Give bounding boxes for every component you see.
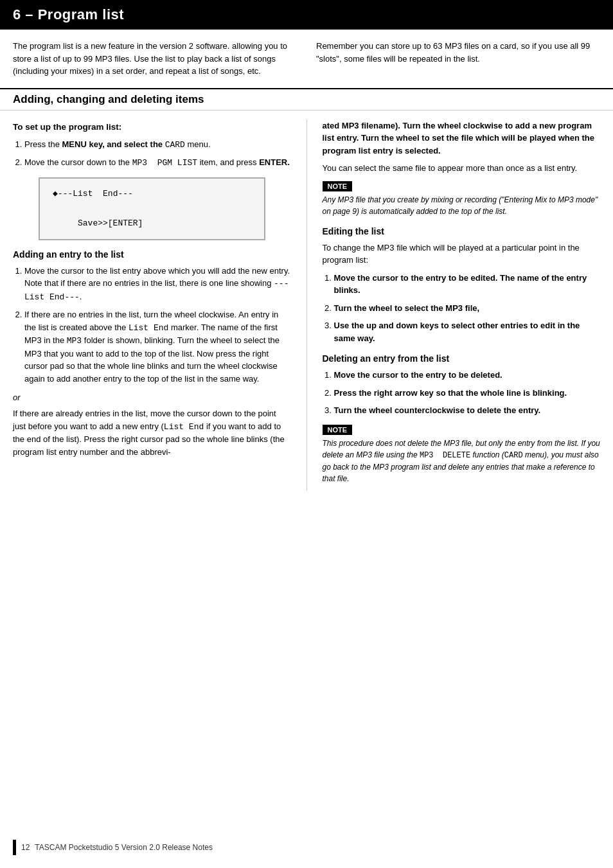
setup-step-1-mono: CARD	[165, 140, 185, 150]
deleting-step-1-bold: Move the cursor to the entry to be delet…	[334, 370, 502, 380]
adding-or-mono: List End	[164, 422, 204, 432]
code-line-2	[53, 201, 251, 216]
editing-step-2: Turn the wheel to select the MP3 file,	[334, 302, 601, 315]
editing-steps-list: Move the cursor to the entry to be edite…	[323, 272, 601, 345]
editing-intro: To change the MP3 file which will be pla…	[323, 242, 601, 267]
intro-right: Remember you can store up to 63 MP3 file…	[316, 40, 600, 78]
editing-step-3-bold: Use the up and down keys to select other…	[334, 321, 580, 343]
adding-note-box: NOTE Any MP3 file that you create by mix…	[323, 181, 601, 217]
page-header: 6 – Program list	[0, 0, 613, 30]
footer-page-num: 12	[21, 843, 30, 852]
adding-step-1: Move the cursor to the list entry above …	[24, 265, 291, 304]
intro-left: The program list is a new feature in the…	[13, 40, 297, 78]
adding-heading: Adding an entry to the list	[13, 249, 291, 260]
editing-step-1-bold: Move the cursor to the entry to be edite…	[334, 273, 587, 296]
code-line-1: ◆---List End---	[53, 186, 251, 201]
deleting-note-label: NOTE	[323, 425, 353, 435]
setup-step-1-bold: MENU key, and select the	[62, 139, 163, 149]
main-content: To set up the program list: Press the ME…	[0, 120, 613, 491]
adding-step-1-mono: ---List End---	[24, 279, 289, 302]
adding-note-text: Any MP3 file that you create by mixing o…	[323, 194, 601, 217]
deleting-note-box: NOTE This procedure does not delete the …	[323, 425, 601, 484]
code-line-3: Save>>[ENTER]	[53, 216, 251, 231]
adding-note-label: NOTE	[323, 181, 353, 191]
adding-steps-list: Move the cursor to the list entry above …	[13, 265, 291, 385]
intro-right-text: Remember you can store up to 63 MP3 file…	[316, 40, 600, 65]
setup-step-1: Press the MENU key, and select the CARD …	[24, 138, 291, 152]
editing-step-1: Move the cursor to the entry to be edite…	[334, 272, 601, 297]
page: 6 – Program list The program list is a n…	[0, 0, 613, 868]
section-title-text: Adding, changing and deleting items	[13, 93, 204, 105]
adding-continued-bold: ated MP3 filename). Turn the wheel clock…	[323, 121, 595, 155]
adding-or-paragraph: If there are already entries in the list…	[13, 407, 291, 458]
page-footer: 12 TASCAM Pocketstudio 5 Version 2.0 Rel…	[13, 840, 213, 855]
setup-step-2-bold: ENTER.	[259, 157, 290, 167]
col-left: To set up the program list: Press the ME…	[13, 120, 307, 491]
section-title: Adding, changing and deleting items	[0, 88, 613, 111]
deleting-note-mono1: MP3 DELETE	[420, 451, 470, 460]
footer-bar	[13, 840, 16, 855]
adding-step-2-mono: List End	[129, 323, 168, 333]
setup-step-2-mono: MP3 PGM LIST	[132, 158, 197, 168]
deleting-note-mono2: CARD	[504, 451, 523, 460]
footer-text: TASCAM Pocketstudio 5 Version 2.0 Releas…	[35, 843, 213, 852]
adding-step-2: If there are no entries in the list, tur…	[24, 308, 291, 385]
deleting-step-2: Press the right arrow key so that the wh…	[334, 387, 601, 400]
setup-step-2: Move the cursor down to the MP3 PGM LIST…	[24, 156, 291, 170]
adding-continued: ated MP3 filename). Turn the wheel clock…	[323, 120, 601, 157]
deleting-steps-list: Move the cursor to the entry to be delet…	[323, 369, 601, 417]
deleting-step-3-bold: Turn the wheel counterclockwise to delet…	[334, 405, 541, 415]
deleting-step-2-bold: Press the right arrow key so that the wh…	[334, 388, 567, 398]
deleting-heading: Deleting an entry from the list	[323, 353, 601, 364]
col-right: ated MP3 filename). Turn the wheel clock…	[307, 120, 601, 491]
intro-section: The program list is a new feature in the…	[0, 40, 613, 88]
page-title: 6 – Program list	[13, 6, 600, 23]
deleting-step-1: Move the cursor to the entry to be delet…	[334, 369, 601, 382]
adding-step-2-mono2: MP3	[67, 336, 82, 346]
deleting-note-text: This procedure does not delete the MP3 f…	[323, 438, 601, 484]
intro-left-text: The program list is a new feature in the…	[13, 40, 297, 78]
deleting-step-3: Turn the wheel counterclockwise to delet…	[334, 404, 601, 417]
setup-heading: To set up the program list:	[13, 122, 291, 132]
editing-heading: Editing the list	[323, 226, 601, 236]
editing-step-3: Use the up and down keys to select other…	[334, 319, 601, 344]
code-display: ◆---List End--- Save>>[ENTER]	[39, 177, 265, 240]
editing-step-2-bold: Turn the wheel to select the MP3 file,	[334, 303, 480, 313]
adding-same-file: You can select the same file to appear m…	[323, 162, 601, 175]
or-text: or	[13, 393, 291, 402]
setup-steps-list: Press the MENU key, and select the CARD …	[13, 138, 291, 170]
